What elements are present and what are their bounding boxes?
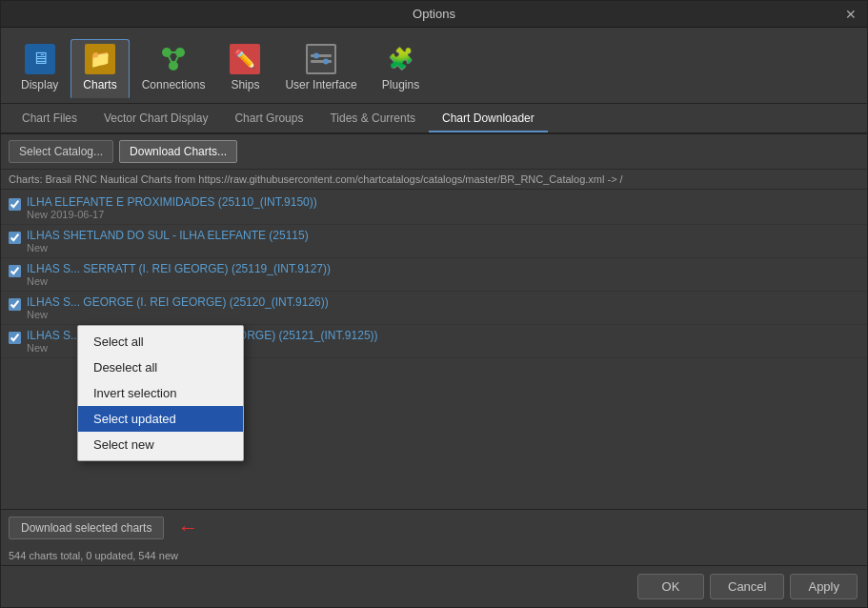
close-button[interactable]: ✕ (842, 7, 859, 22)
tab-plugins[interactable]: 🧩 Plugins (370, 39, 432, 98)
context-invert-selection[interactable]: Invert selection (78, 380, 243, 406)
chart-item-1: ILHA ELEFANTE E PROXIMIDADES (25110_(INT… (1, 192, 867, 225)
chart-item-4: ILHAS S... GEORGE (I. REI GEORGE) (25120… (1, 292, 867, 325)
red-arrow-icon: ← (177, 516, 198, 540)
nav-tabs: 🖥 Display 📁 Charts (1, 28, 867, 104)
download-bar: Download selected charts ← (1, 509, 867, 546)
subtab-vector-chart-display[interactable]: Vector Chart Display (91, 106, 221, 132)
chart-checkbox-1[interactable] (9, 198, 21, 211)
title-bar: Options ✕ (1, 1, 867, 28)
subtab-chart-groups[interactable]: Chart Groups (221, 106, 316, 132)
catalog-info: Charts: Brasil RNC Nautical Charts from … (1, 170, 867, 190)
chart-item-text-3: ILHAS S... SERRATT (I. REI GEORGE) (2511… (27, 262, 331, 287)
plugins-icon: 🧩 (385, 44, 415, 74)
chart-item-text-4: ILHAS S... GEORGE (I. REI GEORGE) (25120… (27, 295, 329, 320)
svg-point-9 (323, 58, 329, 64)
downloader-toolbar: Select Catalog... Download Charts... (1, 134, 867, 170)
options-window: Options ✕ 🖥 Display 📁 Charts (0, 0, 868, 608)
context-menu: Select all Deselect all Invert selection… (77, 325, 244, 461)
context-select-all[interactable]: Select all (78, 329, 243, 355)
chart-checkbox-2[interactable] (9, 232, 21, 244)
download-charts-button[interactable]: Download Charts... (119, 140, 237, 163)
ok-button[interactable]: OK (637, 574, 704, 599)
cancel-button[interactable]: Cancel (710, 574, 784, 599)
svg-point-8 (313, 52, 319, 58)
chart-checkbox-3[interactable] (9, 265, 21, 277)
chart-checkbox-5[interactable] (9, 332, 21, 344)
chart-item-3: ILHAS S... SERRATT (I. REI GEORGE) (2511… (1, 258, 867, 292)
subtab-chart-downloader[interactable]: Chart Downloader (429, 106, 548, 132)
chart-item-text-2: ILHAS SHETLAND DO SUL - ILHA ELEFANTE (2… (27, 229, 309, 253)
sub-tabs: Chart Files Vector Chart Display Chart G… (1, 104, 867, 134)
tab-display[interactable]: 🖥 Display (9, 39, 71, 98)
connections-icon (158, 44, 189, 74)
status-bar: 544 charts total, 0 updated, 544 new (1, 546, 867, 565)
user-interface-icon (306, 44, 336, 74)
tab-connections[interactable]: Connections (130, 39, 218, 98)
apply-button[interactable]: Apply (790, 574, 858, 599)
subtab-chart-files[interactable]: Chart Files (9, 106, 91, 132)
bottom-buttons: OK Cancel Apply (1, 565, 867, 607)
chart-checkbox-4[interactable] (9, 298, 21, 311)
select-catalog-button[interactable]: Select Catalog... (9, 140, 113, 163)
context-deselect-all[interactable]: Deselect all (78, 355, 243, 380)
tab-charts[interactable]: 📁 Charts (71, 39, 129, 98)
chart-item-2: ILHAS SHETLAND DO SUL - ILHA ELEFANTE (2… (1, 225, 867, 258)
tab-ships[interactable]: ✏️ Ships (217, 39, 273, 98)
charts-icon: 📁 (85, 44, 115, 74)
chart-item-text-1: ILHA ELEFANTE E PROXIMIDADES (25110_(INT… (27, 195, 317, 220)
context-select-updated[interactable]: Select updated (78, 406, 243, 432)
window-title: Options (26, 7, 842, 21)
subtab-tides-currents[interactable]: Tides & Currents (316, 106, 429, 132)
context-select-new[interactable]: Select new (78, 432, 243, 457)
display-icon: 🖥 (25, 44, 55, 74)
arrow-hint: ← (173, 516, 198, 540)
ships-icon: ✏️ (230, 44, 260, 74)
tab-user-interface[interactable]: User Interface (273, 39, 369, 98)
content-area: Select Catalog... Download Charts... Cha… (1, 134, 867, 565)
download-selected-button[interactable]: Download selected charts (9, 517, 164, 539)
